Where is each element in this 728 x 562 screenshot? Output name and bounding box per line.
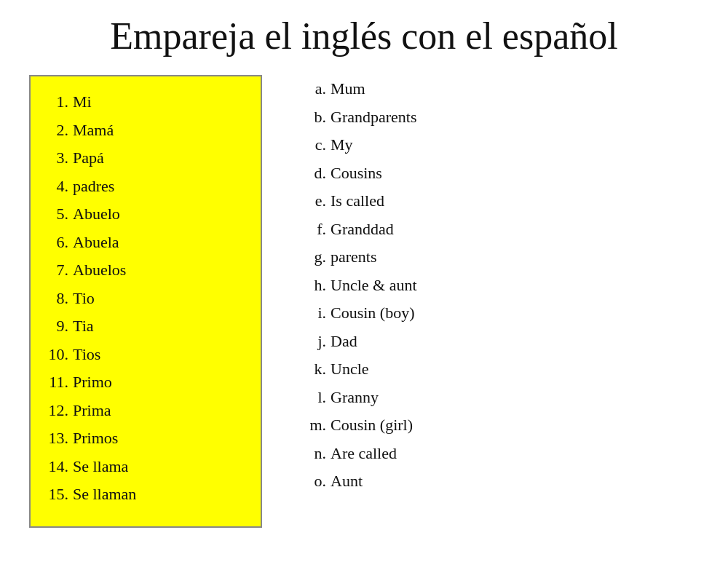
list-item: 14.Se llama [42,453,243,481]
item-letter: f. [306,215,326,244]
list-item: 8.Tio [42,285,243,313]
list-item: l.Granny [306,384,417,412]
item-text: My [331,131,353,159]
item-letter: k. [306,355,326,384]
item-letter: g. [306,243,326,272]
item-text: Abuelo [73,200,120,229]
list-item: c.My [306,131,417,159]
list-item: 1.Mi [42,88,243,116]
item-number: 8. [42,285,68,313]
spanish-box: 1.Mi2.Mamá3.Papá4.padres5.Abuelo6.Abuela… [29,75,262,528]
item-letter: e. [306,187,326,215]
list-item: 3.Papá [42,144,243,173]
item-number: 12. [42,397,68,425]
spanish-list: 1.Mi2.Mamá3.Papá4.padres5.Abuelo6.Abuela… [42,88,243,509]
list-item: g.parents [306,243,417,272]
item-text: parents [331,243,377,272]
item-number: 14. [42,453,68,481]
item-letter: h. [306,272,326,300]
item-number: 9. [42,312,68,341]
item-text: Are called [331,440,397,468]
item-text: Se llama [73,453,128,481]
list-item: n.Are called [306,440,417,468]
item-number: 15. [42,480,68,509]
list-item: j.Dad [306,328,417,356]
item-text: Abuela [73,229,119,257]
item-text: Tia [73,312,94,341]
list-item: m.Cousin (girl) [306,411,417,440]
item-text: Is called [331,187,384,215]
item-number: 13. [42,424,68,453]
item-text: padres [73,173,114,201]
list-item: 4.padres [42,173,243,201]
item-text: Tio [73,285,95,313]
item-number: 5. [42,200,68,229]
item-number: 4. [42,173,68,201]
page-title: Empareja el inglés con el español [29,15,699,58]
list-item: a.Mum [306,75,417,103]
item-letter: d. [306,159,326,188]
list-item: 9.Tia [42,312,243,341]
item-text: Cousin (boy) [331,299,415,328]
list-item: o.Aunt [306,467,417,496]
item-letter: j. [306,328,326,356]
list-item: 6.Abuela [42,229,243,257]
list-item: f.Granddad [306,215,417,244]
item-text: Uncle [331,355,369,384]
list-item: e.Is called [306,187,417,215]
item-text: Dad [331,328,357,356]
english-list: a.Mumb.Grandparentsc.Myd.Cousinse.Is cal… [306,75,417,496]
list-item: 7.Abuelos [42,256,243,285]
list-item: 15.Se llaman [42,480,243,509]
item-text: Mum [331,75,365,103]
page: Empareja el inglés con el español 1.Mi2.… [0,0,728,562]
item-number: 1. [42,88,68,116]
content-area: 1.Mi2.Mamá3.Papá4.padres5.Abuelo6.Abuela… [29,75,699,528]
item-text: Mi [73,88,92,116]
item-letter: b. [306,103,326,132]
item-letter: l. [306,384,326,412]
item-text: Abuelos [73,256,126,285]
item-text: Se llaman [73,480,136,509]
item-text: Tios [73,341,100,369]
list-item: 12.Prima [42,397,243,425]
item-text: Grandparents [331,103,417,132]
list-item: 13.Primos [42,424,243,453]
item-letter: n. [306,440,326,468]
item-text: Primos [73,424,118,453]
item-text: Aunt [331,467,363,496]
list-item: 10.Tios [42,341,243,369]
item-text: Granddad [331,215,394,244]
item-letter: c. [306,131,326,159]
list-item: h.Uncle & aunt [306,272,417,300]
item-number: 2. [42,116,68,145]
item-number: 10. [42,341,68,369]
list-item: d.Cousins [306,159,417,188]
list-item: i.Cousin (boy) [306,299,417,328]
item-letter: a. [306,75,326,103]
item-letter: o. [306,467,326,496]
list-item: 11.Primo [42,368,243,397]
item-text: Cousin (girl) [331,411,413,440]
list-item: 2.Mamá [42,116,243,145]
item-number: 6. [42,229,68,257]
item-letter: m. [306,411,326,440]
item-text: Primo [73,368,112,397]
list-item: 5.Abuelo [42,200,243,229]
item-text: Mamá [73,116,114,145]
list-item: b.Grandparents [306,103,417,132]
item-letter: i. [306,299,326,328]
item-text: Uncle & aunt [331,272,417,300]
item-text: Prima [73,397,111,425]
item-number: 11. [42,368,68,397]
item-text: Cousins [331,159,382,188]
item-text: Granny [331,384,379,412]
list-item: k.Uncle [306,355,417,384]
item-number: 7. [42,256,68,285]
item-number: 3. [42,144,68,173]
item-text: Papá [73,144,104,173]
